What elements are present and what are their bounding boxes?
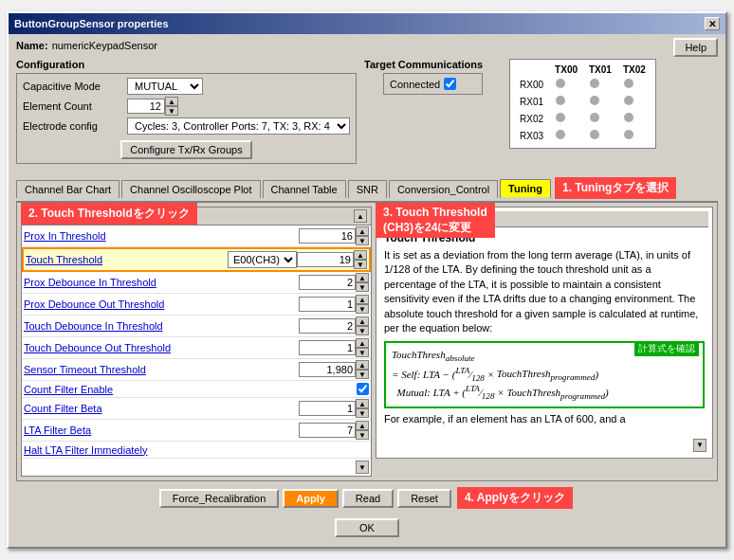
list-item: LTA Filter Beta ▲ ▼	[22, 420, 371, 442]
target-comm-group: Connected	[383, 73, 483, 95]
sensor-timeout-down[interactable]: ▼	[356, 370, 369, 379]
tab-tuning[interactable]: Tuning	[500, 179, 551, 199]
formula-self: = Self: LTA − (LTA⁄128 × TouchThreshprog…	[392, 366, 697, 383]
params-scroll-up[interactable]: ▲	[354, 209, 367, 223]
table-row: RX02	[514, 110, 651, 127]
force-recalibration-button[interactable]: Force_Recalibration	[159, 489, 279, 508]
touch-deb-in-up[interactable]: ▲	[356, 316, 369, 326]
count-filter-beta-up[interactable]: ▲	[356, 399, 369, 408]
description-extra: For example, if an element has an LTA of…	[384, 412, 705, 426]
formula-note: 計算式を確認	[634, 341, 699, 356]
prox-in-down[interactable]: ▼	[356, 236, 369, 245]
touch-deb-in-value[interactable]	[299, 318, 356, 334]
touch-threshold-down[interactable]: ▼	[354, 260, 367, 269]
right-panel-wrapper: 3. Touch Threshold(CH3)を24に変更 Descriptio…	[376, 207, 713, 477]
list-item: Prox Debounce Out Threshold ▲ ▼	[22, 294, 371, 316]
param-count-filter-beta[interactable]: Count Filter Beta	[24, 403, 299, 414]
description-panel: Description Touch Threshold It is set as…	[376, 207, 713, 459]
cap-mode-label: Capacitive Mode	[23, 81, 127, 92]
touch-deb-out-up[interactable]: ▲	[356, 338, 369, 348]
param-lta-filter-beta[interactable]: LTA Filter Beta	[24, 425, 299, 436]
list-item: Touch Debounce In Threshold ▲ ▼	[22, 316, 371, 337]
ok-row: OK	[16, 515, 718, 541]
reset-button[interactable]: Reset	[397, 489, 451, 508]
desc-scroll-down[interactable]: ▼	[693, 439, 706, 452]
electrode-select[interactable]: Cycles: 3, Controller Ports: 7, TX: 3, R…	[127, 117, 350, 135]
apply-button[interactable]: Apply	[283, 489, 339, 508]
param-sensor-timeout[interactable]: Sensor Timeout Threshold	[24, 364, 299, 375]
prox-deb-out-down[interactable]: ▼	[356, 304, 369, 314]
list-item: Prox Debounce In Threshold ▲ ▼	[22, 272, 371, 294]
description-text: It is set as a deviation from the long t…	[384, 248, 705, 335]
tabs-row: Channel Bar Chart Channel Oscilloscope P…	[16, 175, 718, 201]
read-button[interactable]: Read	[342, 489, 394, 508]
param-halt-lta[interactable]: Halt LTA Filter Immediately	[24, 444, 369, 456]
param-prox-deb-out[interactable]: Prox Debounce Out Threshold	[24, 298, 299, 310]
title-bar: ButtonGroupSensor properties ✕	[9, 13, 725, 34]
param-touch-deb-out[interactable]: Touch Debounce Out Threshold	[24, 342, 299, 353]
tab-conversion-control[interactable]: Conversion_Control	[389, 180, 498, 198]
lta-filter-beta-down[interactable]: ▼	[356, 430, 369, 440]
prox-deb-out-up[interactable]: ▲	[356, 295, 369, 304]
touch-deb-out-value[interactable]	[299, 340, 356, 355]
sensor-timeout-up[interactable]: ▲	[356, 360, 369, 370]
table-row: RX01	[514, 93, 651, 110]
cap-mode-select[interactable]: MUTUAL	[127, 78, 203, 95]
element-count-input[interactable]	[127, 99, 165, 114]
step3-badge: 3. Touch Threshold(CH3)を24に変更	[376, 203, 495, 238]
touch-threshold-value[interactable]	[297, 252, 354, 267]
list-item: Sensor Timeout Threshold ▲ ▼	[22, 359, 371, 381]
count-filter-beta-down[interactable]: ▼	[356, 408, 369, 418]
touch-threshold-up[interactable]: ▲	[354, 250, 367, 260]
ok-button[interactable]: OK	[335, 518, 399, 537]
dot-00-1	[590, 79, 599, 88]
electrode-label: Electrode config	[23, 120, 127, 132]
txrx-grid: TX00 TX01 TX02 RX00	[509, 59, 656, 149]
tab-channel-bar-chart[interactable]: Channel Bar Chart	[16, 180, 119, 198]
count-filter-enable-checkbox[interactable]	[357, 383, 369, 395]
touch-deb-in-down[interactable]: ▼	[356, 326, 369, 335]
table-row: RX03	[514, 127, 651, 144]
formula-mutual: Mutual: LTA + (LTA⁄128 × TouchThreshprog…	[392, 384, 697, 401]
lta-filter-beta-value[interactable]	[299, 423, 356, 438]
element-count-label: Element Count	[23, 100, 127, 112]
prox-deb-in-value[interactable]	[299, 275, 356, 290]
param-count-filter-enable[interactable]: Count Filter Enable	[24, 384, 357, 395]
dot-02-2	[624, 113, 633, 122]
name-label: Name:	[16, 40, 48, 51]
prox-deb-in-up[interactable]: ▲	[356, 273, 369, 282]
prox-in-value[interactable]	[299, 228, 356, 244]
configuration-section: Configuration Capacitive Mode MUTUAL Ele…	[16, 59, 357, 168]
list-item: Halt LTA Filter Immediately	[22, 442, 371, 459]
element-count-up[interactable]: ▲	[165, 97, 178, 106]
dot-01-2	[624, 96, 633, 105]
lta-filter-beta-up[interactable]: ▲	[356, 421, 369, 430]
tab-snr[interactable]: SNR	[348, 180, 387, 198]
param-prox-in[interactable]: Prox In Threshold	[24, 230, 299, 242]
touch-threshold-channel-select[interactable]: E00(CH3)	[228, 251, 297, 268]
params-scroll-down[interactable]: ▼	[356, 461, 369, 474]
sensor-timeout-value[interactable]	[299, 362, 356, 377]
close-button[interactable]: ✕	[705, 17, 720, 30]
prox-deb-in-down[interactable]: ▼	[356, 282, 369, 292]
param-prox-deb-in[interactable]: Prox Debounce In Threshold	[24, 277, 299, 288]
count-filter-beta-value[interactable]	[299, 401, 356, 416]
tab-channel-osc[interactable]: Channel Oscilloscope Plot	[121, 180, 260, 198]
element-count-down[interactable]: ▼	[165, 106, 178, 116]
prox-in-up[interactable]: ▲	[356, 226, 369, 236]
tab-channel-table[interactable]: Channel Table	[263, 180, 346, 198]
param-touch-threshold[interactable]: Touch Threshold	[26, 254, 228, 265]
tx01-header: TX01	[583, 63, 617, 76]
prox-deb-out-value[interactable]	[299, 297, 356, 312]
txrx-section: TX00 TX01 TX02 RX00	[490, 59, 656, 149]
config-row-2: Electrode config Cycles: 3, Controller P…	[23, 117, 350, 135]
configure-txrx-button[interactable]: Configure Tx/Rx Groups	[120, 140, 251, 159]
param-touch-deb-in[interactable]: Touch Debounce In Threshold	[24, 320, 299, 332]
dot-00-2	[624, 79, 633, 88]
window-title: ButtonGroupSensor properties	[14, 18, 169, 29]
connected-checkbox[interactable]	[444, 78, 456, 90]
help-button[interactable]: Help	[673, 38, 718, 57]
touch-deb-out-down[interactable]: ▼	[356, 348, 369, 357]
main-window: ButtonGroupSensor properties ✕ Help Name…	[7, 11, 727, 549]
config-group: Capacitive Mode MUTUAL Element Count ▲ ▼	[16, 73, 357, 164]
